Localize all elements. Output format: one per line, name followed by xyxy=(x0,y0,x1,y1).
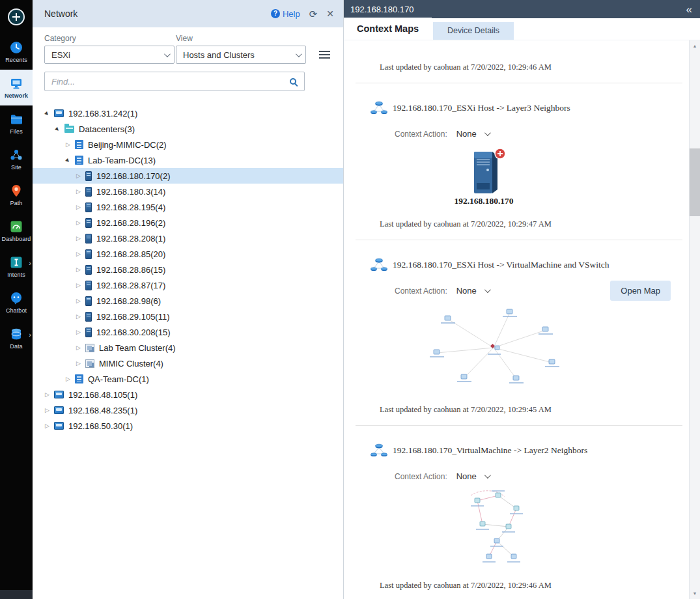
expand-toggle-icon[interactable] xyxy=(74,344,83,351)
tree-item[interactable]: 192.168.28.86(15) xyxy=(33,262,343,277)
context-action-select[interactable]: None xyxy=(456,286,477,296)
expand-toggle-icon[interactable] xyxy=(74,282,83,288)
sidebar-item-files[interactable]: Files xyxy=(0,105,33,141)
search-icon[interactable] xyxy=(290,78,296,85)
tree-item[interactable]: 192.168.28.208(1) xyxy=(33,230,343,246)
sidebar-item-path[interactable]: Path xyxy=(0,177,33,213)
esxi-host-icon xyxy=(85,202,92,212)
tree-item[interactable]: 192.168.29.105(11) xyxy=(33,309,343,324)
help-link[interactable]: ? Help xyxy=(271,9,300,19)
sidebar-item-recents[interactable]: Recents xyxy=(0,34,33,70)
category-select[interactable]: ESXi xyxy=(44,46,175,64)
tree-item[interactable]: 192.168.48.105(1) xyxy=(33,387,343,402)
expand-toggle-icon[interactable] xyxy=(74,188,83,195)
esxi-host-icon xyxy=(85,218,92,228)
tree-item[interactable]: Datacenters(3) xyxy=(33,121,343,137)
vertical-scrollbar[interactable]: ▲ ▼ xyxy=(689,40,700,599)
map-title: 192.168.180.170_VirtualMachine -> Layer2… xyxy=(393,445,587,456)
expand-toggle-icon[interactable] xyxy=(41,107,54,120)
expand-toggle-icon[interactable] xyxy=(62,154,75,167)
tree-item[interactable]: MIMIC Cluster(4) xyxy=(33,355,343,371)
chevron-down-icon[interactable] xyxy=(484,130,491,136)
cluster-icon xyxy=(85,359,94,368)
tree-item[interactable]: Lab-Team-DC(13) xyxy=(33,152,343,168)
scroll-down-arrow[interactable]: ▼ xyxy=(690,588,700,599)
sidebar-item-label: Chatbot xyxy=(6,307,27,314)
close-icon[interactable]: ✕ xyxy=(326,9,334,18)
context-action-select[interactable]: None xyxy=(456,129,477,139)
sidebar-item-intents[interactable]: Intents › xyxy=(0,249,33,285)
expand-toggle-icon[interactable] xyxy=(42,423,52,429)
expand-toggle-icon[interactable] xyxy=(63,141,73,148)
tree-item[interactable]: 192.168.31.242(1) xyxy=(33,105,343,121)
sidebar-item-data[interactable]: Data › xyxy=(0,320,33,356)
sidebar-item-site[interactable]: Site xyxy=(0,141,33,177)
context-maps-list: Last updated by caohuan at 7/20/2022, 10… xyxy=(344,40,689,599)
sidebar-item-label: Path xyxy=(10,200,23,206)
server-icon xyxy=(445,146,523,193)
esxi-host-icon xyxy=(85,234,92,244)
esxi-host-icon xyxy=(85,249,92,259)
tree-item[interactable]: 192.168.28.98(6) xyxy=(33,293,343,309)
expand-toggle-icon[interactable] xyxy=(42,407,52,413)
expand-toggle-icon[interactable] xyxy=(74,329,83,335)
map-thumbnail-server[interactable]: 192.168.180.170 xyxy=(441,146,526,206)
expand-toggle-icon[interactable] xyxy=(42,391,52,398)
last-updated-note: Last updated by caohuan at 7/20/2022, 10… xyxy=(380,63,689,72)
open-map-button[interactable]: Open Map xyxy=(610,281,671,301)
map-thumbnail-star-topology[interactable] xyxy=(412,301,575,392)
help-icon: ? xyxy=(271,9,280,18)
expand-toggle-icon[interactable] xyxy=(74,266,83,273)
tree-item[interactable]: 192.168.28.85(20) xyxy=(33,246,343,262)
intents-icon xyxy=(9,255,23,270)
tree-item[interactable]: 192.168.50.30(1) xyxy=(33,418,343,434)
expand-toggle-icon[interactable] xyxy=(51,122,64,135)
scroll-up-arrow[interactable]: ▲ xyxy=(690,40,700,51)
chevron-down-icon[interactable] xyxy=(484,286,491,293)
menu-icon[interactable] xyxy=(319,54,330,55)
tree-item[interactable]: Beijing-MIMIC-DC(2) xyxy=(33,137,343,152)
tree-item[interactable]: QA-Team-DC(1) xyxy=(33,371,343,387)
expand-toggle-icon[interactable] xyxy=(74,204,83,210)
expand-toggle-icon[interactable] xyxy=(63,376,73,382)
search-input[interactable] xyxy=(51,77,290,87)
expand-toggle-icon[interactable] xyxy=(74,298,83,304)
expand-toggle-icon[interactable] xyxy=(74,173,83,179)
expand-toggle-icon[interactable] xyxy=(74,235,83,242)
vcenter-icon xyxy=(54,391,64,398)
tree-item-selected[interactable]: 192.168.180.170(2) xyxy=(33,168,343,184)
plus-icon xyxy=(7,7,26,27)
refresh-icon[interactable]: ⟳ xyxy=(309,9,318,19)
panel-title: Network xyxy=(44,8,271,19)
tree-item[interactable]: 192.168.28.196(2) xyxy=(33,215,343,230)
expand-toggle-icon[interactable] xyxy=(74,251,83,257)
sidebar-item-chatbot[interactable]: Chatbot xyxy=(0,285,33,320)
context-action-select[interactable]: None xyxy=(456,471,477,481)
collapse-panel-icon[interactable]: « xyxy=(686,4,692,15)
expand-toggle-icon[interactable] xyxy=(74,360,83,367)
last-updated-note: Last updated by caohuan at 7/20/2022, 10… xyxy=(380,405,689,415)
expand-toggle-icon[interactable] xyxy=(74,313,83,320)
tree-item[interactable]: 192.168.180.3(14) xyxy=(33,184,343,199)
tree-item[interactable]: Lab Team Cluster(4) xyxy=(33,340,343,355)
map-thumbnail-ring-topology[interactable] xyxy=(432,486,555,568)
view-select[interactable]: Hosts and Clusters xyxy=(176,46,306,64)
sidebar-item-dashboard[interactable]: Dashboard xyxy=(0,213,33,249)
tab-context-maps[interactable]: Context Maps xyxy=(344,18,432,40)
sidebar-item-network[interactable]: Network xyxy=(0,70,33,105)
chevron-down-icon[interactable] xyxy=(484,472,491,479)
new-button[interactable] xyxy=(0,0,33,34)
scrollbar-thumb[interactable] xyxy=(690,148,700,216)
last-updated-note: Last updated by caohuan at 7/20/2022, 10… xyxy=(380,219,689,229)
tree-item[interactable]: 192.168.28.195(4) xyxy=(33,199,343,215)
tab-device-details[interactable]: Device Details xyxy=(433,22,514,40)
expand-toggle-icon[interactable] xyxy=(74,219,83,226)
tree-item[interactable]: 192.168.28.87(17) xyxy=(33,277,343,293)
vcenter-icon xyxy=(54,109,64,117)
tree-item[interactable]: 192.168.30.208(15) xyxy=(33,324,343,340)
tree-item[interactable]: 192.168.48.235(1) xyxy=(33,402,343,418)
sidebar-item-label: Site xyxy=(11,164,21,171)
cluster-icon xyxy=(85,344,94,352)
device-tree: 192.168.31.242(1) Datacenters(3) Beijing… xyxy=(33,105,343,434)
sidebar-item-label: Files xyxy=(10,128,23,135)
